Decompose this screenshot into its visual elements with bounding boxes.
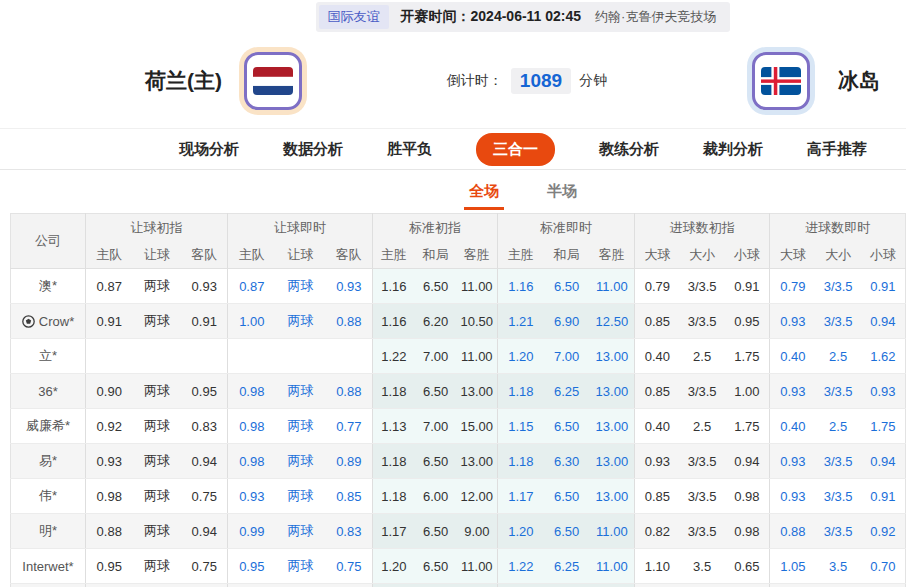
odds-cell: 1.18 xyxy=(373,444,415,479)
nav-tab-coach-analysis[interactable]: 教练分析 xyxy=(599,140,659,159)
odds-cell: 3/3.5 xyxy=(680,374,725,409)
odds-cell: 1.18 xyxy=(373,479,415,514)
odds-cell xyxy=(228,584,276,587)
odds-cell: 0.85 xyxy=(635,374,680,409)
odds-cell: 0.93 xyxy=(770,444,816,479)
odds-cell: 两球 xyxy=(276,479,326,514)
sub-header: 主队 xyxy=(86,242,133,269)
venue-name: 约翰·克鲁伊夫竞技场 xyxy=(595,8,716,26)
odds-cell: 0.65 xyxy=(725,549,770,584)
odds-cell: 0.82 xyxy=(635,514,680,549)
odds-cell: 0.98 xyxy=(725,514,770,549)
odds-cell: 3/3.5 xyxy=(816,479,861,514)
odds-cell: 两球 xyxy=(133,374,182,409)
odds-cell xyxy=(770,584,816,587)
odds-cell: 0.95 xyxy=(182,374,228,409)
odds-cell xyxy=(680,584,725,587)
odds-cell: 3/3.5 xyxy=(680,514,725,549)
subtab-half-match[interactable]: 半场 xyxy=(547,182,577,201)
odds-cell: 0.40 xyxy=(635,409,680,444)
odds-cell: 0.88 xyxy=(326,304,373,339)
company-cell[interactable] xyxy=(11,584,86,587)
odds-cell: 0.87 xyxy=(86,269,133,304)
odds-cell: 3/3.5 xyxy=(816,269,861,304)
odds-cell: 0.93 xyxy=(770,304,816,339)
odds-cell xyxy=(86,339,133,374)
odds-cell: 6.00 xyxy=(415,479,457,514)
league-badge[interactable]: 国际友谊 xyxy=(319,5,389,29)
odds-cell xyxy=(725,584,770,587)
odds-cell: 13.00 xyxy=(590,479,635,514)
scope-subtabs: 全场半场 xyxy=(0,170,906,213)
company-cell[interactable]: 伟* xyxy=(11,479,86,514)
sub-header: 大小 xyxy=(680,242,725,269)
odds-cell xyxy=(635,584,680,587)
main-nav: 现场分析数据分析胜平负三合一教练分析裁判分析高手推荐 xyxy=(0,128,906,170)
odds-cell: 2.5 xyxy=(680,339,725,374)
odds-cell: 15.00 xyxy=(457,409,498,444)
odds-cell: 0.93 xyxy=(182,269,228,304)
odds-cell: 1.15 xyxy=(498,409,544,444)
away-team-name: 冰岛 xyxy=(838,67,880,95)
soccer-ball-icon xyxy=(22,315,35,328)
odds-cell: 两球 xyxy=(133,269,182,304)
odds-cell: 0.92 xyxy=(861,514,906,549)
odds-cell: 0.88 xyxy=(86,514,133,549)
odds-cell xyxy=(276,339,326,374)
odds-row: Crow*0.91两球0.911.00两球0.881.166.2010.501.… xyxy=(11,304,906,339)
odds-row: 立*1.227.0011.001.207.0013.000.402.51.750… xyxy=(11,339,906,374)
odds-cell: 0.89 xyxy=(326,444,373,479)
odds-row: 明*0.88两球0.940.99两球0.831.176.509.001.206.… xyxy=(11,514,906,549)
company-cell[interactable]: 澳* xyxy=(11,269,86,304)
odds-cell xyxy=(861,584,906,587)
odds-cell: 0.91 xyxy=(725,269,770,304)
odds-table: 公司 让球初指让球即时标准初指标准即时进球数初指进球数即时 主队让球客队主队让球… xyxy=(10,213,906,587)
odds-cell: 11.00 xyxy=(590,269,635,304)
countdown-value: 1089 xyxy=(511,68,571,94)
odds-cell: 6.50 xyxy=(544,409,590,444)
company-cell[interactable]: 明* xyxy=(11,514,86,549)
odds-cell: 两球 xyxy=(133,479,182,514)
odds-cell: 1.00 xyxy=(725,374,770,409)
odds-cell: 1.22 xyxy=(498,549,544,584)
odds-cell: 0.93 xyxy=(228,479,276,514)
company-cell[interactable]: 易* xyxy=(11,444,86,479)
nav-tab-win-draw-lose[interactable]: 胜平负 xyxy=(387,140,432,159)
sub-header: 大球 xyxy=(770,242,816,269)
company-cell[interactable]: Crow* xyxy=(11,304,86,339)
odds-cell: 1.18 xyxy=(498,374,544,409)
nav-tab-live-analysis[interactable]: 现场分析 xyxy=(179,140,239,159)
odds-cell: 0.95 xyxy=(725,304,770,339)
company-cell[interactable]: 36* xyxy=(11,374,86,409)
odds-cell: 6.50 xyxy=(544,479,590,514)
company-cell[interactable]: 立* xyxy=(11,339,86,374)
company-cell[interactable]: Interwet* xyxy=(11,549,86,584)
odds-cell: 13.00 xyxy=(590,409,635,444)
nav-tab-expert-picks[interactable]: 高手推荐 xyxy=(807,140,867,159)
odds-cell: 6.90 xyxy=(544,304,590,339)
company-cell[interactable]: 威廉希* xyxy=(11,409,86,444)
subtab-full-match[interactable]: 全场 xyxy=(469,182,499,201)
group-header: 让球初指 xyxy=(86,214,228,242)
odds-cell: 1.20 xyxy=(498,339,544,374)
odds-row: 36*0.90两球0.950.98两球0.881.186.5013.001.18… xyxy=(11,374,906,409)
odds-cell: 0.83 xyxy=(326,514,373,549)
odds-cell xyxy=(133,584,182,587)
group-header: 让球即时 xyxy=(228,214,373,242)
nav-tab-three-in-one[interactable]: 三合一 xyxy=(476,133,555,166)
header-sub-row: 主队让球客队主队让球客队主胜和局客胜主胜和局客胜大球大小小球大球大小小球 xyxy=(11,242,906,269)
odds-cell: 两球 xyxy=(276,514,326,549)
odds-row xyxy=(11,584,906,587)
odds-cell: 0.93 xyxy=(861,374,906,409)
odds-cell: 6.50 xyxy=(415,549,457,584)
odds-cell: 1.20 xyxy=(498,514,544,549)
odds-cell: 6.30 xyxy=(544,444,590,479)
odds-cell: 1.05 xyxy=(770,549,816,584)
odds-cell: 两球 xyxy=(276,269,326,304)
nav-tabs: 现场分析数据分析胜平负三合一教练分析裁判分析高手推荐 xyxy=(179,133,867,166)
nav-tab-referee-analysis[interactable]: 裁判分析 xyxy=(703,140,763,159)
odds-cell xyxy=(133,339,182,374)
nav-tab-data-analysis[interactable]: 数据分析 xyxy=(283,140,343,159)
odds-cell: 0.40 xyxy=(635,339,680,374)
away-team-flag-icon xyxy=(752,52,810,110)
